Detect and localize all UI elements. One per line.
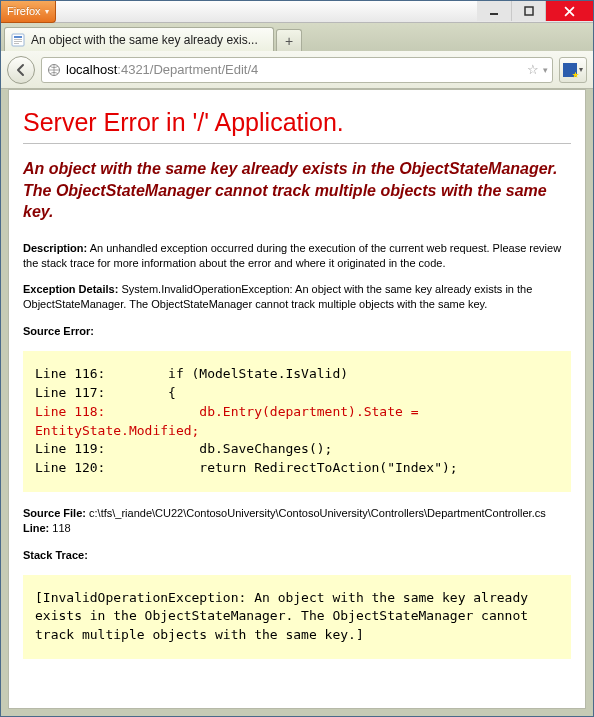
chevron-down-icon: ▾ bbox=[45, 7, 49, 16]
source-file-label: Source File: bbox=[23, 507, 86, 519]
source-error-label: Source Error: bbox=[23, 325, 94, 337]
url-text: localhost:4321/Department/Edit/4 bbox=[66, 62, 523, 77]
tab-title: An object with the same key already exis… bbox=[31, 33, 267, 47]
error-message-heading: An object with the same key already exis… bbox=[23, 158, 571, 223]
svg-rect-1 bbox=[525, 7, 533, 15]
bookmark-star-icon[interactable]: ☆ bbox=[527, 62, 539, 77]
description-label: Description: bbox=[23, 242, 87, 254]
maximize-button[interactable] bbox=[511, 1, 545, 21]
code-line-117: Line 117: { bbox=[35, 385, 176, 400]
bookmarks-menu-button[interactable]: ▾ bbox=[559, 57, 587, 83]
window-titlebar: Firefox ▾ bbox=[1, 1, 593, 23]
url-bar[interactable]: localhost:4321/Department/Edit/4 ☆ ▾ bbox=[41, 57, 553, 83]
tab-strip: An object with the same key already exis… bbox=[1, 23, 593, 51]
source-file-section: Source File: c:\tfs\_riande\CU22\Contoso… bbox=[23, 506, 571, 536]
exception-details-label: Exception Details: bbox=[23, 283, 118, 295]
nav-toolbar: localhost:4321/Department/Edit/4 ☆ ▾ ▾ bbox=[1, 51, 593, 89]
exception-details-section: Exception Details: System.InvalidOperati… bbox=[23, 282, 571, 312]
page-title: Server Error in '/' Application. bbox=[23, 108, 571, 137]
code-line-116: Line 116: if (ModelState.IsValid) bbox=[35, 366, 348, 381]
urlbar-right-icons: ☆ ▾ bbox=[527, 62, 548, 77]
chevron-down-icon: ▾ bbox=[579, 65, 583, 74]
stack-trace-text: [InvalidOperationException: An object wi… bbox=[35, 590, 536, 643]
stack-trace-codebox: [InvalidOperationException: An object wi… bbox=[23, 575, 571, 660]
stack-trace-section: Stack Trace: bbox=[23, 548, 571, 563]
new-tab-button[interactable]: + bbox=[276, 29, 302, 51]
window-controls bbox=[477, 1, 593, 22]
code-line-118: Line 118: db.Entry(department).State = E… bbox=[35, 404, 426, 438]
url-host: localhost bbox=[66, 62, 117, 77]
close-button[interactable] bbox=[545, 1, 593, 21]
code-line-120: Line 120: return RedirectToAction("Index… bbox=[35, 460, 458, 475]
svg-rect-3 bbox=[14, 36, 22, 38]
bookmarks-icon bbox=[563, 63, 577, 77]
browser-tab[interactable]: An object with the same key already exis… bbox=[4, 27, 274, 51]
line-text: 118 bbox=[52, 522, 70, 534]
back-button[interactable] bbox=[7, 56, 35, 84]
svg-rect-6 bbox=[14, 43, 19, 44]
code-line-119: Line 119: db.SaveChanges(); bbox=[35, 441, 332, 456]
source-error-codebox: Line 116: if (ModelState.IsValid) Line 1… bbox=[23, 351, 571, 492]
svg-rect-5 bbox=[14, 41, 22, 42]
description-section: Description: An unhandled exception occu… bbox=[23, 241, 571, 271]
urlbar-dropdown-icon[interactable]: ▾ bbox=[543, 65, 548, 75]
divider bbox=[23, 143, 571, 144]
line-label: Line: bbox=[23, 522, 49, 534]
minimize-button[interactable] bbox=[477, 1, 511, 21]
firefox-menu-label: Firefox bbox=[7, 5, 41, 17]
source-error-section: Source Error: bbox=[23, 324, 571, 339]
globe-icon bbox=[46, 62, 62, 78]
content-viewport[interactable]: Server Error in '/' Application. An obje… bbox=[8, 89, 586, 709]
description-text: An unhandled exception occurred during t… bbox=[23, 242, 561, 269]
svg-rect-4 bbox=[14, 39, 22, 40]
tab-favicon-icon bbox=[11, 33, 25, 47]
source-file-text: c:\tfs\_riande\CU22\ContosoUniversity\Co… bbox=[89, 507, 546, 519]
firefox-menu-button[interactable]: Firefox ▾ bbox=[1, 1, 56, 23]
stack-trace-label: Stack Trace: bbox=[23, 549, 88, 561]
url-path: :4321/Department/Edit/4 bbox=[117, 62, 258, 77]
error-page: Server Error in '/' Application. An obje… bbox=[9, 90, 585, 693]
plus-icon: + bbox=[285, 33, 293, 49]
svg-rect-0 bbox=[490, 13, 498, 15]
titlebar-left: Firefox ▾ bbox=[1, 1, 56, 22]
